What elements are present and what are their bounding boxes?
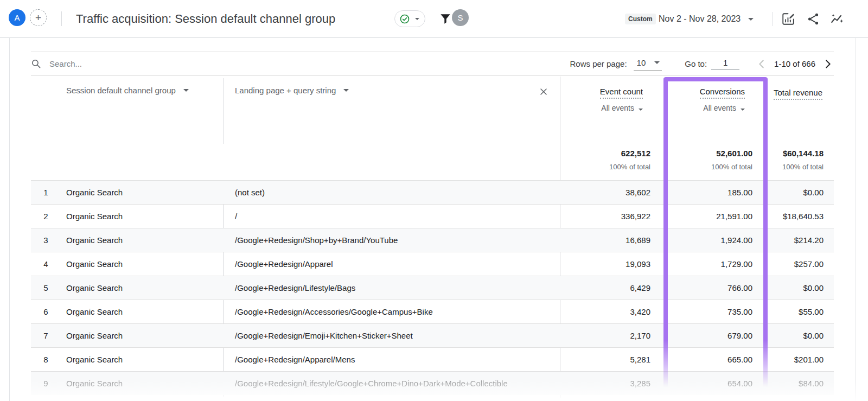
row-number: 7 (31, 331, 61, 340)
column-header-event-count: Event count All events (560, 85, 643, 112)
metric-sort-conversions[interactable]: Conversions (700, 87, 745, 99)
date-range-custom-badge: Custom (625, 14, 656, 24)
table-row: 2 Organic Search / 336,922 21,591.00 $18… (31, 204, 834, 228)
insights-icon[interactable] (830, 12, 844, 26)
cell-total-revenue: $257.00 (757, 259, 834, 269)
cell-conversions: 185.00 (654, 188, 757, 197)
cell-channel-group: Organic Search (61, 331, 223, 340)
column-header-total-revenue: Total revenue (768, 85, 822, 100)
metric-sort-event-count[interactable]: Event count (600, 87, 643, 99)
rows-per-page-label: Rows per page: (570, 59, 627, 68)
column-divider (223, 78, 224, 144)
cell-conversions: 654.00 (654, 379, 757, 388)
chevron-down-icon (741, 109, 745, 111)
table-row: 8 Organic Search /Google+Redesign/Appare… (31, 347, 834, 371)
chevron-down-icon (415, 18, 419, 20)
cell-channel-group: Organic Search (61, 212, 223, 221)
cell-landing-page: /Google+Redesign/Emoji+Kitchen+Sticker+S… (223, 331, 560, 340)
cell-conversions: 21,591.00 (654, 212, 757, 221)
cell-channel-group: Organic Search (61, 283, 223, 292)
chevron-down-icon (183, 89, 189, 92)
search-icon (31, 59, 41, 69)
cell-channel-group: Organic Search (61, 379, 223, 388)
row-number: 8 (31, 355, 61, 364)
cell-landing-page: / (223, 212, 560, 221)
date-range-text: Nov 2 - Nov 28, 2023 (659, 14, 741, 24)
row-number: 4 (31, 259, 61, 269)
table-body: 1 Organic Search (not set) 38,602 185.00… (31, 180, 834, 395)
cell-event-count: 336,922 (560, 212, 654, 221)
dimension-header-landing-page[interactable]: Landing page + query string (235, 86, 349, 95)
cell-landing-page: /Google+Redesign/Lifestyle/Google+Chrome… (223, 379, 560, 388)
cell-event-count: 6,429 (560, 283, 654, 292)
chevron-down-icon (748, 18, 754, 21)
chevron-down-icon (654, 61, 660, 64)
goto-label: Go to: (685, 59, 707, 68)
cell-total-revenue: $214.20 (757, 235, 834, 245)
cell-total-revenue: $0.00 (757, 283, 834, 292)
row-number: 6 (31, 307, 61, 316)
search-input[interactable] (49, 59, 212, 68)
check-circle-icon (399, 14, 410, 24)
metric-filter-conversions[interactable]: All events (654, 104, 745, 112)
filter-icon[interactable] (438, 12, 452, 26)
metric-filter-event-count[interactable]: All events (560, 104, 643, 112)
next-page-icon[interactable] (822, 58, 834, 70)
edit-report-icon[interactable] (781, 12, 795, 26)
cell-landing-page: /Google+Redesign/Lifestyle/Bags (223, 283, 560, 292)
user-avatar[interactable]: S (452, 9, 469, 26)
cell-conversions: 735.00 (654, 307, 757, 316)
cell-event-count: 19,093 (560, 259, 654, 269)
cell-conversions: 665.00 (654, 355, 757, 364)
cell-landing-page: /Google+Redesign/Accessories/Google+Camp… (223, 307, 560, 316)
cell-channel-group: Organic Search (61, 188, 223, 197)
pagination-controls: Rows per page: 10 Go to: 1-10 of 666 (570, 56, 834, 71)
cell-landing-page: (not set) (223, 188, 560, 197)
data-quality-dropdown[interactable] (394, 10, 425, 27)
column-header-conversions: Conversions All events (654, 85, 745, 112)
table-search[interactable] (31, 59, 570, 69)
previous-page-icon[interactable] (756, 58, 768, 70)
row-number: 5 (31, 283, 61, 292)
chevron-down-icon (639, 109, 643, 111)
cell-total-revenue: $84.00 (757, 379, 834, 388)
goto-page-input[interactable] (711, 58, 739, 70)
cell-channel-group: Organic Search (61, 307, 223, 316)
table-row: 7 Organic Search /Google+Redesign/Emoji+… (31, 323, 834, 347)
cell-conversions: 1,924.00 (654, 235, 757, 245)
totals-total-revenue: $60,144.18 100% of total (757, 149, 824, 171)
cell-landing-page: /Google+Redesign/Apparel (223, 259, 560, 269)
rows-per-page-select[interactable]: 10 (634, 56, 662, 71)
card-right-edge (856, 38, 856, 401)
row-number: 2 (31, 212, 61, 221)
remove-dimension-icon[interactable] (538, 86, 549, 97)
cell-channel-group: Organic Search (61, 355, 223, 364)
cell-total-revenue: $55.00 (757, 307, 834, 316)
card-left-edge (9, 38, 10, 401)
cell-conversions: 766.00 (654, 283, 757, 292)
cell-total-revenue: $201.00 (757, 355, 834, 364)
metric-sort-total-revenue[interactable]: Total revenue (774, 88, 822, 100)
table-row: 4 Organic Search /Google+Redesign/Appare… (31, 252, 834, 276)
pagination-range: 1-10 of 666 (774, 59, 815, 68)
cell-event-count: 3,420 (560, 307, 654, 316)
dimension-header-channel-group[interactable]: Session default channel group (66, 86, 189, 95)
page-title: Traffic acquisition: Session default cha… (76, 0, 335, 38)
totals-event-count: 622,512 100% of total (560, 149, 650, 171)
cell-landing-page: /Google+Redesign/Shop+by+Brand/YouTube (223, 235, 560, 245)
header-divider (773, 12, 773, 26)
cell-landing-page: /Google+Redesign/Apparel/Mens (223, 355, 560, 364)
table-row: 6 Organic Search /Google+Redesign/Access… (31, 300, 834, 323)
date-range-selector[interactable]: Nov 2 - Nov 28, 2023 (659, 0, 754, 38)
cell-conversions: 1,729.00 (654, 259, 757, 269)
ga4-traffic-acquisition-report: A + Traffic acquisition: Session default… (0, 0, 868, 401)
share-icon[interactable] (806, 12, 820, 26)
row-number: 9 (31, 379, 61, 388)
add-comparison-button[interactable]: + (30, 9, 47, 26)
totals-conversions: 52,601.00 100% of total (655, 149, 752, 171)
cell-event-count: 2,170 (560, 331, 654, 340)
cell-event-count: 3,285 (560, 379, 654, 388)
account-avatar[interactable]: A (9, 9, 25, 26)
plus-icon: + (35, 12, 41, 24)
cell-total-revenue: $0.00 (757, 188, 834, 197)
